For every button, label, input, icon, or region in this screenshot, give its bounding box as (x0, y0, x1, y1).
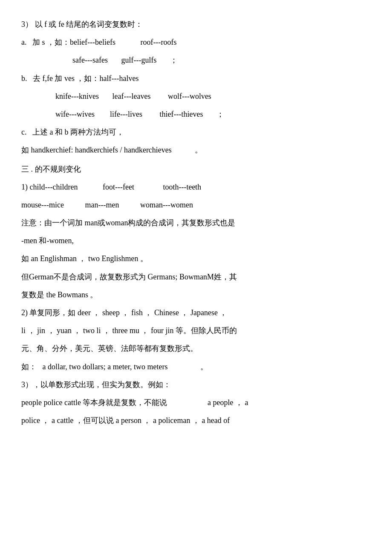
note-line1: 注意：由一个词加 man或woman构成的合成词，其复数形式也是 (21, 216, 371, 230)
s2-cont2: 元、角、分外，美元、英镑、法郎等都有复数形式。 (21, 341, 371, 356)
irreg-3: tooth---teeth (163, 183, 201, 191)
b-ex5: life---lives (110, 110, 142, 118)
a-example2: roof---roofs (140, 38, 176, 46)
page-content: 3） 以 f 或 fe 结尾的名词变复数时： a. 加 s ，如：belief-… (21, 17, 371, 428)
irreg-row2: mouse---mice man---men woman---women (21, 198, 371, 212)
b-ex4: wife---wives (55, 110, 95, 118)
b-ex3: wolf---wolves (168, 92, 211, 101)
irreg-6: woman---women (140, 201, 193, 209)
s2-example: 如： a dollar, two dollars; a meter, two m… (21, 359, 371, 374)
b-ex6: thief---thieves (159, 110, 203, 118)
c-period: 。 (195, 146, 202, 154)
section3-header: 3） 以 f 或 fe 结尾的名词变复数时： (21, 17, 371, 32)
s3-text: people police cattle 等本身就是复数，不能说 a peopl… (21, 395, 371, 410)
b-label: b. (21, 74, 27, 83)
san-title: 三 . 的不规则变化 (21, 162, 371, 176)
note-line2: -men 和-women, (21, 233, 371, 248)
s3-header: 3），以单数形式出现，但实为复数。例如： (21, 377, 371, 392)
a-semicolon: ； (170, 56, 178, 64)
irreg-4: mouse---mice (21, 201, 64, 209)
a-example3: safe---safes (72, 56, 108, 64)
c-example-line: 如 handkerchief: handkerchiefs / handkerc… (21, 143, 371, 157)
irreg-1: 1) child---children (21, 183, 78, 191)
c-rule: 上述 a 和 b 两种方法均可， (32, 128, 124, 136)
irreg-5: man---men (85, 201, 119, 209)
b-ex2: leaf---leaves (112, 92, 150, 101)
c-label: c. (21, 128, 27, 136)
s2-cont: li ， jin ， yuan ， two li ， three mu ， fo… (21, 323, 371, 338)
s2-header: 2) 单复同形，如 deer ， sheep ， fish ， Chinese … (21, 305, 371, 320)
irreg-2: foot---feet (103, 183, 134, 191)
but-line1: 但German不是合成词，故复数形式为 Germans; BowmanM姓，其 (21, 270, 371, 284)
s3-text3: police ， a cattle ，但可以说 a person ， a pol… (21, 413, 371, 428)
rule-b-row1: knife---knives leaf---leaves wolf---wolv… (21, 89, 371, 104)
b-semicolon: ； (216, 110, 224, 118)
rule-a-cont: safe---safes gulf---gulfs ； (21, 53, 371, 67)
rule-b-row2: wife---wives life---lives thief---thieve… (21, 107, 371, 121)
rule-c: c. 上述 a 和 b 两种方法均可， (21, 125, 371, 139)
a-rule: 加 s ，如：belief---beliefs (32, 38, 115, 46)
a-label: a. (21, 38, 27, 46)
a-example4: gulf---gulfs (121, 56, 156, 64)
s3-text-2: a people ， a (208, 398, 248, 407)
note-example: 如 an Englishman ， two Englishmen 。 (21, 251, 371, 266)
rule-a: a. 加 s ，如：belief---beliefs roof---roofs (21, 35, 371, 49)
irreg-row1: 1) child---children foot---feet tooth---… (21, 180, 371, 194)
rule-b: b. 去 f,fe 加 ves ，如：half---halves (21, 71, 371, 86)
but-line2: 复数是 the Bowmans 。 (21, 288, 371, 302)
s2-example-text: a dollar, two dollars; a meter, two mete… (43, 362, 168, 371)
s2-period: 。 (200, 362, 208, 371)
b-ex1: knife---knives (55, 92, 99, 101)
s3-text-main: people police cattle 等本身就是复数，不能说 (21, 398, 167, 407)
c-example: 如 handkerchief: handkerchiefs / handkerc… (21, 146, 172, 154)
b-rule: 去 f,fe 加 ves ，如：half---halves (33, 74, 138, 83)
s2-example-label: 如： (21, 362, 37, 371)
